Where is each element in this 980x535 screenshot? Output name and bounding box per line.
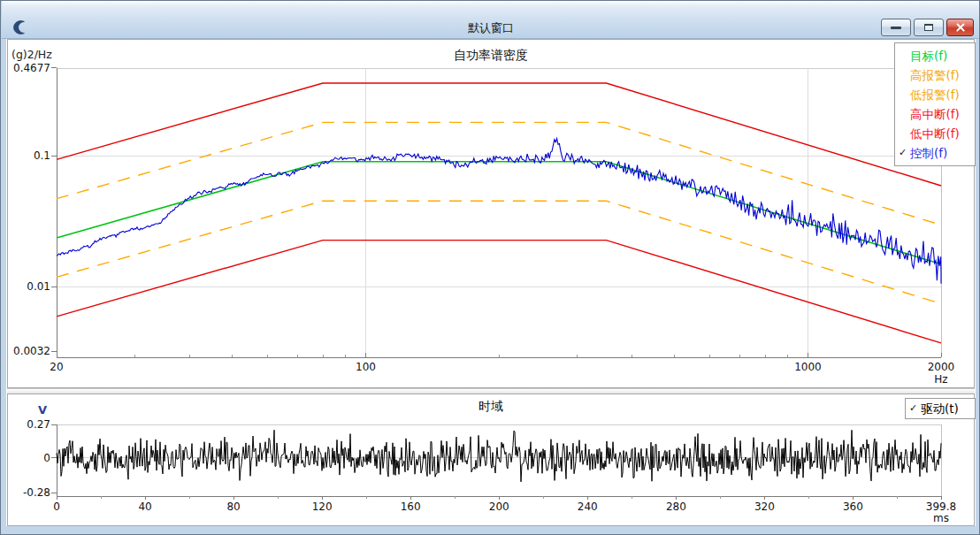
window-title: 默认窗口 (2, 20, 980, 36)
psd-legend-label: 高中断(f) (910, 107, 960, 121)
psd-legend-item[interactable]: ✓低报警(f) (900, 85, 973, 104)
maximize-icon (924, 24, 933, 31)
close-button[interactable] (946, 19, 974, 36)
psd-legend-item[interactable]: ✓高中断(f) (900, 104, 973, 124)
time-chart-panel (7, 394, 975, 526)
psd-legend-label: 低中断(f) (910, 126, 960, 141)
check-icon: ✓ (909, 400, 917, 417)
psd-legend-item[interactable]: ✓目标(f) (900, 46, 973, 65)
close-icon (955, 22, 966, 33)
check-icon: ✓ (899, 143, 907, 163)
psd-chart-panel (7, 39, 975, 388)
app-window: 默认窗口 自功率谱密度 (g)2/Hz Hz 时域 V ms 201001000… (0, 0, 980, 535)
psd-legend-label: 高报警(f) (910, 68, 960, 82)
maximize-button[interactable] (914, 19, 944, 36)
minimize-button[interactable] (881, 19, 911, 36)
psd-legend-label: 目标(f) (910, 49, 947, 63)
psd-legend-item[interactable]: ✓控制(f) (900, 143, 973, 163)
psd-legend-item[interactable]: ✓高报警(f) (900, 65, 973, 85)
time-legend-item[interactable]: ✓驱动(t) (910, 400, 973, 417)
psd-legend: ✓目标(f)✓高报警(f)✓低报警(f)✓高中断(f)✓低中断(f)✓控制(f) (894, 42, 976, 166)
titlebar: 默认窗口 (2, 1, 980, 39)
psd-legend-item[interactable]: ✓低中断(f) (900, 124, 973, 143)
minimize-icon (891, 27, 901, 29)
psd-legend-label: 控制(f) (910, 146, 947, 160)
time-legend-label: 驱动(t) (921, 401, 959, 416)
psd-legend-label: 低报警(f) (910, 88, 960, 102)
time-legend: ✓驱动(t) (905, 398, 976, 419)
